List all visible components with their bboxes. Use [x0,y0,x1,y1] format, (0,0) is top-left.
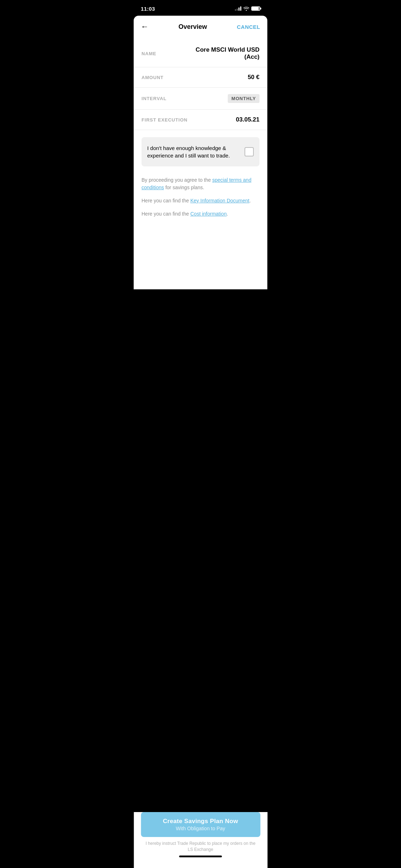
battery-fill [252,7,259,10]
cost-link[interactable]: Cost information [190,211,227,217]
signal-bar-4 [240,6,241,11]
interval-row: INTERVAL MONTHLY [134,88,267,110]
nav-header: ← Overview CANCEL [134,16,267,36]
content-area: NAME Core MSCI World USD (Acc) AMOUNT 50… [134,36,267,280]
kid-link[interactable]: Key Information Document [190,198,250,203]
bottom-spacer [134,223,267,280]
agreement-section: By proceeding you agree to the special t… [134,174,267,218]
cost-suffix: . [227,211,228,217]
knowledge-checkbox[interactable] [245,147,254,156]
status-bar: 11:03 [134,0,267,16]
amount-row: AMOUNT 50 € [134,67,267,88]
name-row: NAME Core MSCI World USD (Acc) [134,40,267,67]
kid-suffix: . [250,198,251,203]
battery-icon [251,6,260,11]
terms-agreement-text: By proceeding you agree to the special t… [142,176,259,191]
wifi-icon [243,6,249,11]
signal-icon [235,6,241,11]
first-execution-row: FIRST EXECUTION 03.05.21 [134,110,267,130]
app-container: ← Overview CANCEL NAME Core MSCI World U… [134,16,267,289]
status-time: 11:03 [141,6,155,12]
amount-label: AMOUNT [142,75,164,80]
status-icons [235,6,260,11]
amount-value: 50 € [248,74,259,81]
first-execution-value: 03.05.21 [236,116,259,123]
kid-text: Here you can find the Key Information Do… [142,197,259,205]
terms-suffix: for savings plans. [164,185,204,190]
cost-prefix: Here you can find the [142,211,190,217]
name-label: NAME [142,51,156,56]
back-button[interactable]: ← [141,22,149,31]
cancel-button[interactable]: CANCEL [237,24,261,30]
signal-bar-1 [235,9,236,11]
signal-bar-2 [237,9,238,11]
first-execution-label: FIRST EXECUTION [142,117,187,123]
back-arrow-icon: ← [141,22,149,31]
knowledge-checkbox-label: I don't have enough knowledge & experien… [147,144,240,159]
knowledge-checkbox-row[interactable]: I don't have enough knowledge & experien… [142,137,259,166]
name-value: Core MSCI World USD (Acc) [181,46,259,61]
kid-prefix: Here you can find the [142,198,190,203]
signal-bar-3 [238,7,240,11]
interval-value: MONTHLY [228,94,259,103]
cost-text: Here you can find the Cost information. [142,210,259,218]
page-title: Overview [179,23,207,31]
terms-prefix: By proceeding you agree to the [142,177,212,183]
interval-label: INTERVAL [142,96,166,101]
